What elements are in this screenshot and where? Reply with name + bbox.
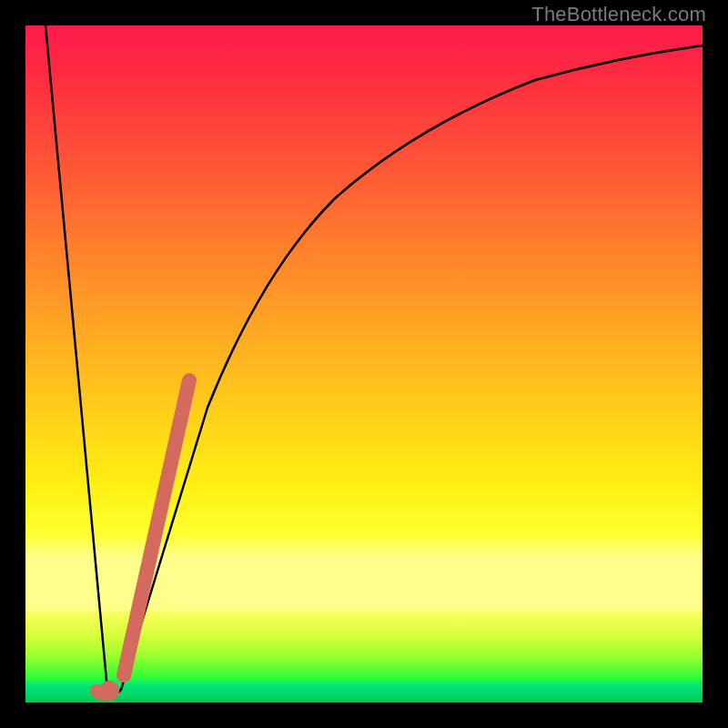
- highlight-hook-tail: [96, 691, 109, 694]
- chart-frame: TheBottleneck.com: [0, 0, 728, 728]
- curve-layer: [25, 25, 703, 703]
- highlight-segment: [124, 380, 189, 675]
- plot-area: [25, 25, 703, 703]
- watermark-text: TheBottleneck.com: [531, 3, 706, 26]
